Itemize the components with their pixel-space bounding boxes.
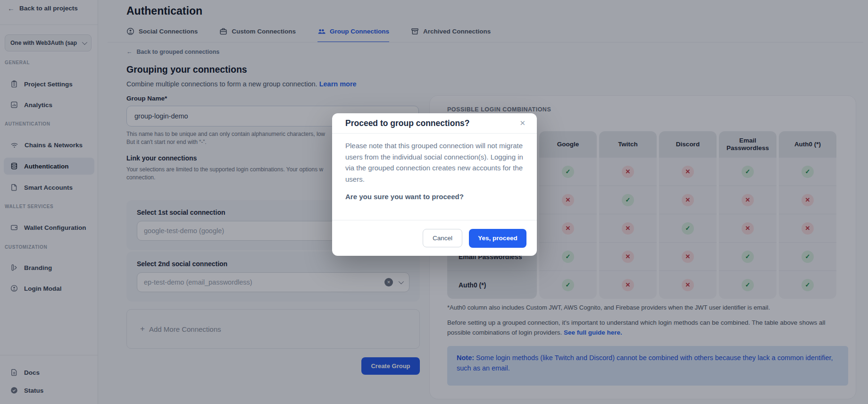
- close-icon[interactable]: ✕: [517, 117, 527, 129]
- dialog-question: Are you sure you want to proceed?: [345, 193, 524, 201]
- app-window: ← Back to all projects One with Web3Auth…: [0, 0, 868, 404]
- dialog-footer: Cancel Yes, proceed: [332, 220, 537, 256]
- proceed-dialog: Proceed to group connections? ✕ Please n…: [332, 113, 537, 256]
- cancel-button[interactable]: Cancel: [423, 229, 462, 247]
- dialog-message: Please note that this grouped connection…: [345, 140, 524, 185]
- dialog-body: Please note that this grouped connection…: [332, 134, 537, 201]
- dialog-header: Proceed to group connections? ✕: [332, 113, 537, 134]
- dialog-title: Proceed to group connections?: [345, 118, 517, 128]
- yes-proceed-button[interactable]: Yes, proceed: [469, 229, 526, 248]
